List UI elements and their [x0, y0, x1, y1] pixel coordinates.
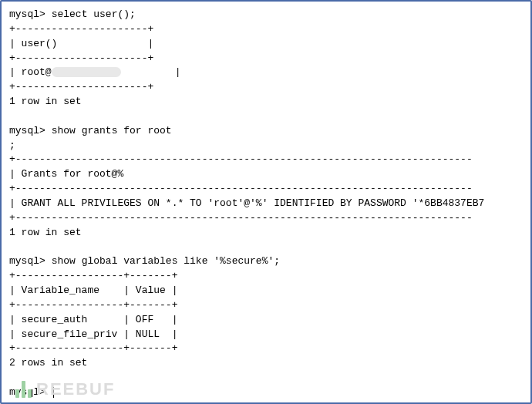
query-continuation: ;	[9, 139, 523, 153]
prompt: mysql>	[9, 8, 45, 20]
redacted-host	[52, 67, 121, 77]
table-header: | Grants for root@%	[9, 167, 523, 182]
terminal-output: mysql> select user(); +-----------------…	[9, 8, 523, 400]
table-row: | root@ |	[9, 66, 523, 80]
result-footer: 2 rows in set	[9, 356, 523, 371]
watermark-logo-icon	[15, 381, 32, 398]
sql-command: show global variables like '%secure%';	[52, 255, 280, 267]
query-line: mysql> show global variables like '%secu…	[9, 254, 523, 269]
query-line: mysql> show grants for root	[9, 124, 523, 139]
result-footer: 1 row in set	[9, 95, 523, 109]
table-separator: +----------------------+	[9, 80, 523, 95]
table-separator: +----------------------+	[9, 22, 523, 37]
table-separator: +------------------+-------+	[9, 298, 523, 313]
sql-command: show grants for root	[52, 125, 172, 136]
table-header: | Variable_name | Value |	[9, 284, 523, 298]
sql-command: select user();	[52, 8, 136, 20]
result-footer: 1 row in set	[9, 226, 523, 241]
table-separator: +---------------------------------------…	[9, 182, 523, 197]
watermark: REEBUF	[15, 379, 115, 399]
table-separator: +----------------------+	[9, 52, 523, 66]
table-separator: +---------------------------------------…	[9, 211, 523, 226]
prompt: mysql>	[9, 125, 45, 136]
table-row: | secure_file_priv | NULL |	[9, 328, 523, 342]
query-line: mysql> select user();	[9, 8, 523, 22]
table-separator: +------------------+-------+	[9, 342, 523, 356]
watermark-text: REEBUF	[36, 379, 115, 399]
table-row: | GRANT ALL PRIVILEGES ON *.* TO 'root'@…	[9, 197, 523, 211]
table-row: | secure_auth | OFF |	[9, 313, 523, 328]
table-header: | user() |	[9, 37, 523, 52]
blank-line	[9, 241, 523, 255]
prompt: mysql>	[9, 255, 45, 267]
table-separator: +---------------------------------------…	[9, 153, 523, 167]
blank-line	[9, 109, 523, 124]
table-separator: +------------------+-------+	[9, 269, 523, 284]
